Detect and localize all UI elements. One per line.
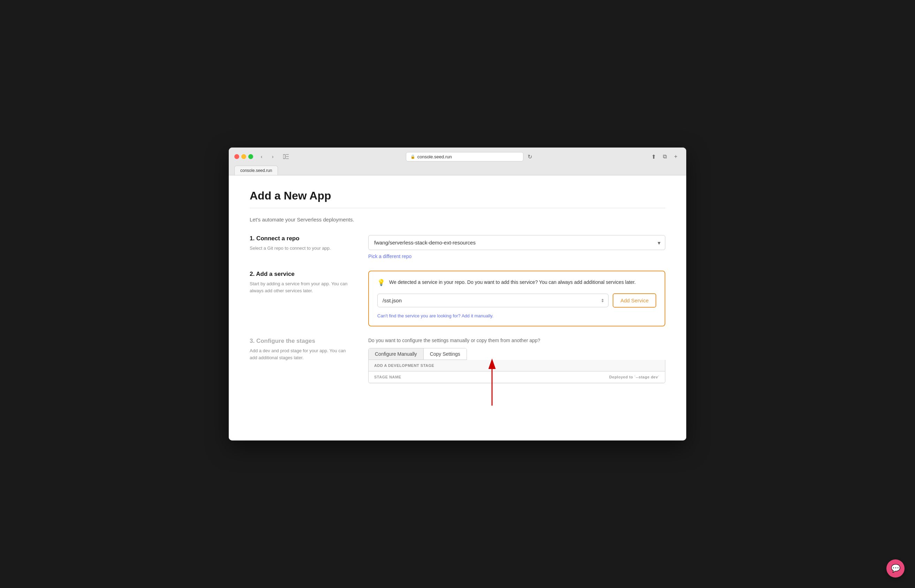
step-3-right: Do you want to configure the settings ma…: [368, 338, 665, 383]
repo-select-wrapper: fwang/serverless-stack-demo-ext-resource…: [368, 235, 665, 250]
sidebar-toggle-button[interactable]: [281, 152, 291, 162]
bulb-icon: 💡: [377, 279, 385, 286]
tab-configure-manually[interactable]: Configure Manually: [369, 348, 424, 360]
forward-button[interactable]: ›: [268, 152, 278, 162]
lock-icon: 🔒: [410, 155, 415, 159]
pick-repo-link[interactable]: Pick a different repo: [368, 254, 412, 259]
service-select-wrapper: /sst.json: [377, 294, 608, 307]
maximize-button[interactable]: [248, 154, 253, 159]
chat-button[interactable]: 💬: [886, 559, 905, 578]
step-2-description: Start by adding a service from your app.…: [250, 280, 354, 294]
step-1-left: 1. Connect a repo Select a Git repo to c…: [250, 235, 354, 252]
page-title: Add a New App: [250, 189, 665, 202]
back-button[interactable]: ‹: [257, 152, 266, 162]
stage-section: ADD A DEVELOPMENT STAGE STAGE NAME Deplo…: [368, 360, 665, 383]
add-tab-button[interactable]: +: [671, 152, 681, 162]
tab-bar: console.seed.run: [234, 166, 681, 175]
steps-container: 1. Connect a repo Select a Git repo to c…: [250, 235, 665, 383]
browser-chrome: ‹ › 🔒 console.seed.run ↻: [229, 147, 686, 175]
page-subtitle: Let's automate your Serverless deploymen…: [250, 216, 665, 223]
active-tab[interactable]: console.seed.run: [234, 166, 278, 175]
stage-header: ADD A DEVELOPMENT STAGE: [369, 360, 665, 372]
step-1-description: Select a Git repo to connect to your app…: [250, 245, 354, 252]
share-button[interactable]: ⬆: [649, 152, 658, 162]
col-stage-name: STAGE NAME: [374, 375, 401, 379]
close-button[interactable]: [234, 154, 239, 159]
step-2-row: 2. Add a service Start by adding a servi…: [250, 271, 665, 326]
detection-text: We detected a service in your repo. Do y…: [389, 278, 636, 286]
nav-buttons: ‹ ›: [257, 152, 278, 162]
step-1-title: 1. Connect a repo: [250, 235, 354, 242]
page-divider: [250, 208, 665, 208]
service-select[interactable]: /sst.json: [377, 294, 608, 307]
step-3-title: 3. Configure the stages: [250, 338, 354, 344]
manual-link[interactable]: Can't find the service you are looking f…: [377, 313, 494, 318]
service-detection-box: 💡 We detected a service in your repo. Do…: [368, 271, 665, 326]
step-1-row: 1. Connect a repo Select a Git repo to c…: [250, 235, 665, 260]
step-3-left: 3. Configure the stages Add a dev and pr…: [250, 338, 354, 361]
svg-rect-0: [283, 155, 285, 159]
browser-window: ‹ › 🔒 console.seed.run ↻: [229, 147, 686, 441]
configure-tabs: Configure Manually Copy Settings: [368, 348, 467, 360]
address-bar[interactable]: 🔒 console.seed.run: [406, 152, 524, 162]
detection-header: 💡 We detected a service in your repo. Do…: [377, 278, 656, 286]
chat-icon: 💬: [891, 564, 900, 573]
url-text: console.seed.run: [417, 154, 452, 159]
step-2-title: 2. Add a service: [250, 271, 354, 278]
add-service-button[interactable]: Add Service: [613, 293, 656, 308]
step-2-right: 💡 We detected a service in your repo. Do…: [368, 271, 665, 326]
step-3-row: 3. Configure the stages Add a dev and pr…: [250, 338, 665, 383]
refresh-button[interactable]: ↻: [526, 152, 534, 162]
minimize-button[interactable]: [241, 154, 246, 159]
service-select-row: /sst.json Add Service: [377, 293, 656, 308]
traffic-lights: [234, 154, 253, 159]
toolbar-right: ⬆ ⧉ +: [649, 152, 681, 162]
col-deployed-to: Deployed to `--stage dev`: [609, 375, 659, 379]
stage-table-header: STAGE NAME Deployed to `--stage dev`: [369, 372, 665, 383]
step-1-right: fwang/serverless-stack-demo-ext-resource…: [368, 235, 665, 260]
configure-question: Do you want to configure the settings ma…: [368, 338, 665, 343]
step-2-left: 2. Add a service Start by adding a servi…: [250, 271, 354, 294]
tab-copy-settings[interactable]: Copy Settings: [424, 348, 466, 360]
step-3-description: Add a dev and prod stage for your app. Y…: [250, 347, 354, 361]
repo-select[interactable]: fwang/serverless-stack-demo-ext-resource…: [368, 235, 665, 250]
page-content: Add a New App Let's automate your Server…: [229, 175, 686, 441]
address-bar-row: 🔒 console.seed.run ↻: [294, 152, 645, 162]
new-tab-button[interactable]: ⧉: [660, 152, 670, 162]
